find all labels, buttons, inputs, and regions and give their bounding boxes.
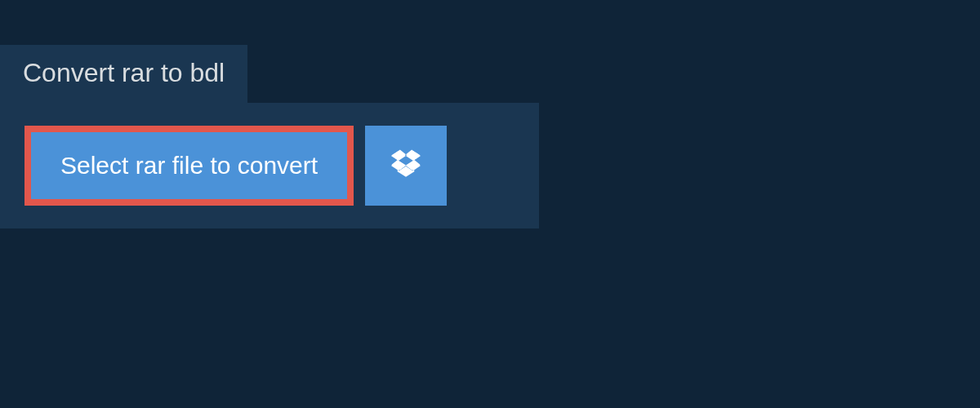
button-row: Select rar file to convert xyxy=(24,126,514,206)
dropbox-button[interactable] xyxy=(365,126,447,206)
tab-title: Convert rar to bdl xyxy=(23,58,225,87)
dropbox-icon xyxy=(390,149,421,183)
select-file-label: Select rar file to convert xyxy=(60,152,318,180)
tab-bar: Convert rar to bdl Select rar file to co… xyxy=(0,0,980,228)
select-file-button[interactable]: Select rar file to convert xyxy=(24,126,354,206)
upload-panel: Select rar file to convert xyxy=(0,103,539,228)
tab-convert[interactable]: Convert rar to bdl xyxy=(0,45,247,103)
